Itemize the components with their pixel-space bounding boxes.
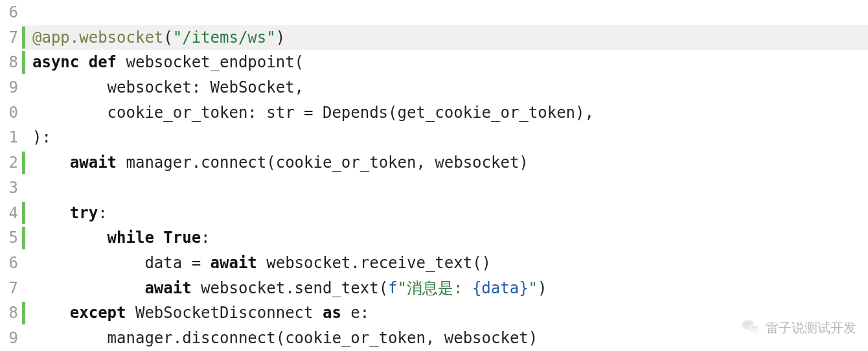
line-number: 2	[0, 150, 18, 176]
code-token: websocket.send_text(	[192, 279, 388, 297]
line-number: 8	[0, 50, 18, 75]
line-number: 3	[0, 176, 18, 201]
code-token: }	[519, 279, 528, 297]
code-line[interactable]	[22, 0, 868, 25]
line-number: 7	[0, 25, 18, 51]
code-line[interactable]: async def websocket_endpoint(	[22, 50, 868, 75]
change-marker	[22, 202, 25, 225]
change-marker	[22, 51, 25, 74]
code-token: websocket_endpoint	[126, 53, 295, 71]
code-line-content: manager.disconnect(cookie_or_token, webs…	[32, 329, 538, 347]
code-token: websocket.receive_text()	[257, 254, 491, 272]
code-token: try	[70, 204, 98, 222]
code-line-content: async def websocket_endpoint(	[32, 53, 304, 71]
code-token: "	[529, 279, 538, 297]
code-token: data =	[32, 254, 211, 272]
code-token: await	[70, 153, 117, 172]
code-line[interactable]: await manager.connect(cookie_or_token, w…	[22, 150, 868, 176]
code-token: except	[70, 304, 126, 322]
code-line-content: cookie_or_token: str = Depends(get_cooki…	[32, 104, 594, 122]
code-token	[32, 204, 70, 222]
code-token: {	[472, 279, 481, 297]
code-token: cookie_or_token: str = Depends(get_cooki…	[32, 104, 594, 122]
code-token: data	[481, 279, 519, 297]
code-token: "消息是:	[398, 279, 472, 297]
code-token: :	[201, 229, 210, 247]
code-token	[32, 153, 70, 172]
code-token: f	[388, 279, 397, 297]
code-line[interactable]: manager.disconnect(cookie_or_token, webs…	[22, 326, 868, 351]
code-token	[32, 229, 108, 247]
code-area[interactable]: @app.websocket("/items/ws")async def web…	[22, 0, 868, 351]
code-token: await	[211, 254, 257, 272]
line-number: 7	[0, 276, 18, 301]
code-line[interactable]: ):	[22, 125, 868, 150]
change-marker	[22, 152, 25, 174]
code-token: WebSocketDisconnect	[126, 304, 323, 322]
line-number: 5	[0, 225, 18, 251]
line-number: 8	[0, 300, 18, 326]
code-line-content: while True:	[32, 229, 211, 247]
code-token: manager.connect(cookie_or_token, websock…	[117, 153, 529, 172]
code-line-content: try:	[32, 204, 108, 222]
code-token: (	[163, 28, 172, 47]
code-token: e:	[341, 304, 369, 322]
code-line-content: await websocket.send_text(f"消息是: {data}"…	[32, 279, 547, 297]
code-line[interactable]: @app.websocket("/items/ws")	[22, 25, 868, 51]
code-line-content: websocket: WebSocket,	[32, 78, 304, 96]
code-line[interactable]: await websocket.send_text(f"消息是: {data}"…	[22, 276, 868, 301]
code-line-content: except WebSocketDisconnect as e:	[32, 304, 369, 322]
line-number: 9	[0, 75, 18, 100]
code-token: "/items/ws"	[173, 28, 276, 47]
change-marker	[22, 227, 25, 249]
code-token	[32, 279, 144, 297]
code-token: )	[538, 279, 547, 297]
code-token: )	[276, 28, 285, 47]
code-line-content: await manager.connect(cookie_or_token, w…	[32, 153, 529, 172]
line-number: 6	[0, 251, 18, 276]
code-token: :	[98, 204, 107, 222]
line-number: 9	[0, 326, 18, 351]
code-editor: 67890123456789 @app.websocket("/items/ws…	[0, 0, 868, 351]
code-line[interactable]: try:	[22, 201, 868, 226]
code-token: websocket: WebSocket,	[32, 78, 304, 96]
code-line[interactable]: data = await websocket.receive_text()	[22, 251, 868, 276]
line-number-gutter: 67890123456789	[0, 0, 22, 351]
line-number: 0	[0, 100, 18, 126]
code-token: await	[144, 279, 191, 297]
code-line-content: data = await websocket.receive_text()	[32, 254, 491, 272]
code-line[interactable]: cookie_or_token: str = Depends(get_cooki…	[22, 100, 868, 126]
code-line[interactable]: websocket: WebSocket,	[22, 75, 868, 100]
code-token	[32, 304, 70, 322]
line-number: 1	[0, 125, 18, 150]
code-token: @app.websocket	[32, 28, 163, 47]
change-marker	[22, 302, 25, 324]
code-token: as	[323, 304, 341, 322]
code-line-content: @app.websocket("/items/ws")	[32, 28, 285, 47]
line-number: 6	[0, 0, 18, 25]
code-token: async def	[32, 53, 126, 71]
code-line[interactable]: except WebSocketDisconnect as e:	[22, 300, 868, 326]
line-number: 4	[0, 201, 18, 226]
code-token: manager.disconnect(cookie_or_token, webs…	[32, 329, 538, 347]
code-line[interactable]: while True:	[22, 225, 868, 251]
code-line[interactable]	[22, 176, 868, 201]
code-token: ):	[32, 128, 51, 146]
code-token: while	[108, 229, 164, 247]
code-token: True	[163, 229, 201, 247]
change-marker	[22, 27, 25, 49]
code-token: (	[295, 53, 304, 71]
code-line-content: ):	[32, 128, 51, 146]
